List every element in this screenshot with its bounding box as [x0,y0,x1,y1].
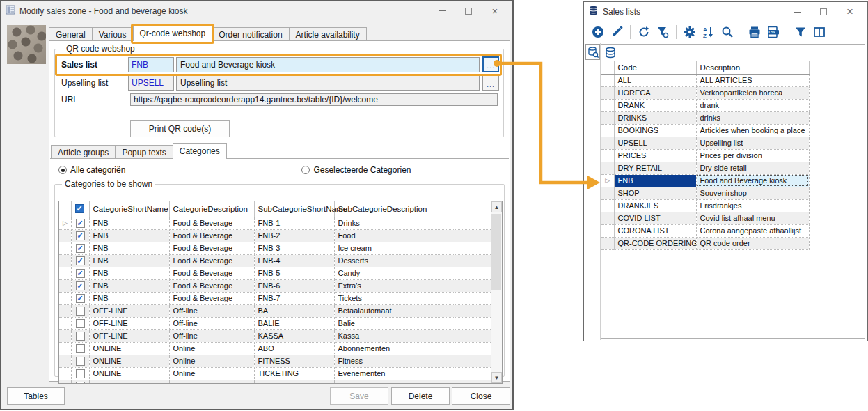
tab-article-availability[interactable]: Article availability [289,27,367,41]
category-row[interactable]: OFF-LINEOff-lineBALIEBalie [59,317,491,329]
add-button[interactable] [590,24,606,40]
sales-list-row[interactable]: HORECAVerkoopartikelen horeca [601,86,809,99]
print-qr-codes-button[interactable]: Print QR code(s) [130,120,230,137]
tab-order-notification[interactable]: Order notification [212,27,289,41]
row-checkbox[interactable] [76,357,85,366]
close-button[interactable]: × [482,3,508,19]
category-row[interactable]: OFF-LINEOff-lineBABetaalautomaat [59,304,491,317]
row-checkbox[interactable] [76,382,85,383]
col-categorieshortname[interactable]: CategorieShortName [89,201,169,217]
upselling-list-code-field[interactable]: UPSELL [128,75,174,91]
row-checkbox[interactable] [76,281,85,290]
print-button[interactable] [746,24,763,40]
row-checkbox[interactable] [76,219,85,228]
sort-button[interactable]: AZ [700,24,717,40]
search-button[interactable] [719,24,736,40]
sales-list-row[interactable]: QR-CODE ORDERINGQR code order [601,237,809,249]
radio-all-categories[interactable]: Alle categoriën [58,165,125,175]
scroll-thumb[interactable] [491,214,501,290]
save-button[interactable]: Save [330,387,388,405]
settings-button[interactable] [681,24,698,40]
row-checkbox[interactable] [76,244,85,253]
category-row[interactable]: ONLINEOnlineWEBSHOPWebshop [59,380,491,383]
tab-qr-code-webshop[interactable]: Qr-code webshop [133,25,213,41]
sales-list-row[interactable]: DRY RETAILDry side retail [601,162,809,174]
subtab-categories[interactable]: Categories [173,143,227,159]
maximize-button[interactable] [455,3,482,19]
col-code[interactable]: Code [614,61,696,74]
row-checkbox[interactable] [76,344,85,353]
sales-list-row[interactable]: ALLALL ARTICLES [601,74,809,86]
database-search-button[interactable] [585,44,600,60]
columns-button[interactable] [811,24,828,40]
select-all-checkbox[interactable] [75,204,84,213]
row-checkbox[interactable] [76,294,85,303]
tab-various[interactable]: Various [92,27,134,41]
close-dialog-button[interactable]: Close [452,387,510,405]
scroll-up-button[interactable]: ▲ [491,201,502,212]
col-subcategoriedescription[interactable]: SubCategorieDescription [334,201,455,217]
categories-scrollbar[interactable]: ▲ ▼ [491,201,502,383]
category-row[interactable]: FNBFood & BeverageFNB-3Ice cream [59,242,491,254]
edit-button[interactable] [608,24,625,40]
sales-list-row[interactable]: PRICESPrices per division [601,149,809,162]
page: Modify sales zone - Food and beverage ki… [0,0,868,411]
category-row[interactable]: ONLINEOnlineTICKETINGEvenementen [59,367,491,380]
category-row[interactable]: FNBFood & BeverageFNB-5Candy [59,267,491,279]
sales-list-code-field[interactable]: FNB [128,57,174,72]
close-button[interactable]: × [837,4,863,20]
row-checkbox[interactable] [76,256,85,265]
sales-list-row[interactable]: SHOPSouvenirshop [601,187,809,199]
row-checkbox[interactable] [76,269,85,278]
filter-button[interactable] [792,24,809,40]
col-subcategorieshortname[interactable]: SubCategorieShortName [254,201,334,217]
filter-clear-button[interactable] [654,24,671,40]
row-checkbox[interactable] [76,231,85,240]
maximize-button[interactable] [810,4,837,20]
tables-button[interactable]: Tables [7,387,65,405]
sales-list-row-selected[interactable]: ▷FNBFood and Beverage kiosk [601,174,809,187]
upselling-list-description-field[interactable]: Upselling list [176,75,480,91]
category-row[interactable]: FNBFood & BeverageFNB-2Food [59,229,491,242]
sales-list-description-field[interactable]: Food and Beverage kiosk [176,57,480,72]
filter-icon [794,26,807,38]
delete-button[interactable]: Delete [391,387,450,405]
sales-list-row[interactable]: DRANKJESFrisdrankjes [601,199,809,212]
category-row[interactable]: OFF-LINEOff-lineKASSAKassa [59,329,491,342]
subtab-popup-texts[interactable]: Popup texts [115,145,173,159]
sales-list-row[interactable]: CORONA LISTCorona aangepaste afhaallijst [601,224,809,237]
category-row[interactable]: FNBFood & BeverageFNB-4Desserts [59,254,491,267]
sales-list-row[interactable]: BOOKINGSArtickles when booking a place [601,124,809,137]
minimize-button[interactable] [784,4,810,20]
minimize-button[interactable] [429,3,455,19]
radio-all-categories-control[interactable] [58,166,67,174]
export-csv-button[interactable]: CSV [765,24,782,40]
tab-general[interactable]: General [49,27,93,41]
sales-list-row[interactable]: DRINKSdrinks [601,111,809,124]
col-description[interactable]: Description [696,61,809,74]
upselling-list-browse-button[interactable]: ... [482,75,499,91]
url-field[interactable]: https://qagbe-rcxqrcodeorderapp14.gantne… [130,93,498,106]
sales-list-browse-button[interactable]: ... [482,56,499,72]
sales-list-row[interactable]: COVID LISTCovid list afhaal menu [601,212,809,224]
radio-selected-categories-control[interactable] [301,166,310,174]
row-checkbox[interactable] [76,319,85,328]
category-row[interactable]: ONLINEOnlineFITNESSFitness [59,355,491,367]
scroll-down-button[interactable]: ▼ [491,372,502,383]
database-search-icon [587,47,599,58]
sales-list-row[interactable]: UPSELLUpselling list [601,137,809,149]
refresh-button[interactable] [636,24,652,40]
category-row[interactable]: FNBFood & BeverageFNB-6Extra's [59,279,491,292]
row-checkbox[interactable] [76,332,85,341]
subtab-article-groups[interactable]: Article groups [51,145,116,159]
row-checkbox[interactable] [76,307,85,316]
category-row[interactable]: ▷FNBFood & BeverageFNB-1Drinks [59,217,491,229]
row-checkbox[interactable] [76,369,85,378]
radio-selected-categories-label: Geselecteerde Categorien [313,165,411,175]
category-row[interactable]: FNBFood & BeverageFNB-7Tickets [59,292,491,304]
radio-selected-categories[interactable]: Geselecteerde Categorien [301,165,411,175]
category-row[interactable]: ONLINEOnlineABOAbonnementen [59,342,491,355]
col-categoriedescription[interactable]: CategorieDescription [169,201,254,217]
sales-list-row[interactable]: DRANKdrank [601,99,809,111]
sales-lists-toolbar: AZ CSV [584,22,867,42]
